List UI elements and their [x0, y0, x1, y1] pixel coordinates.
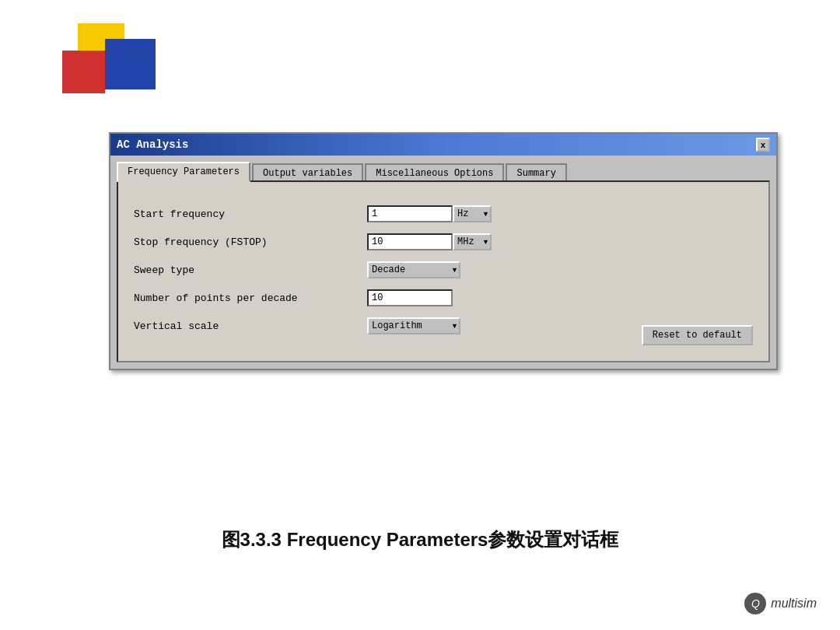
dialog-titlebar: AC Analysis x: [110, 134, 776, 156]
vertical-scale-label: Vertical scale: [134, 320, 367, 332]
start-frequency-unit-wrapper: Hz kHz MHz GHz: [453, 205, 492, 222]
start-frequency-label: Start frequency: [134, 208, 367, 220]
sweep-type-select[interactable]: Decade Octave Linear: [367, 261, 460, 278]
blue-square: [105, 39, 156, 89]
points-per-decade-label: Number of points per decade: [134, 292, 367, 304]
stop-frequency-unit-select[interactable]: Hz kHz MHz GHz: [453, 233, 492, 250]
points-per-decade-input[interactable]: [367, 289, 453, 306]
stop-frequency-row: Stop frequency (FSTOP) Hz kHz MHz GHz: [134, 233, 753, 250]
points-per-decade-row: Number of points per decade: [134, 289, 753, 306]
ac-analysis-dialog: AC Analysis x Frequency Parameters Outpu…: [109, 132, 778, 370]
dialog-title: AC Analysis: [117, 138, 188, 151]
sweep-type-row: Sweep type Decade Octave Linear: [134, 261, 753, 278]
red-square: [62, 51, 105, 93]
figure-caption: 图3.3.3 Frequency Parameters参数设置对话框: [222, 527, 619, 552]
multisim-icon: Q: [744, 593, 766, 614]
vertical-scale-select[interactable]: Logarithm Linear Decibel Octave: [367, 317, 460, 334]
stop-frequency-label: Stop frequency (FSTOP): [134, 236, 367, 248]
dialog-content: Start frequency Hz kHz MHz GHz Stop freq…: [117, 180, 770, 362]
tab-output-variables[interactable]: Output variables: [252, 163, 363, 182]
sweep-type-label: Sweep type: [134, 264, 367, 276]
stop-frequency-unit-wrapper: Hz kHz MHz GHz: [453, 233, 492, 250]
multisim-label: multisim: [771, 597, 817, 611]
tab-summary[interactable]: Summary: [506, 163, 566, 182]
tab-frequency-parameters[interactable]: Frequency Parameters: [117, 162, 250, 182]
tabs-row: Frequency Parameters Output variables Mi…: [110, 156, 776, 180]
sweep-type-wrapper: Decade Octave Linear: [367, 261, 460, 278]
start-frequency-row: Start frequency Hz kHz MHz GHz: [134, 205, 753, 222]
stop-frequency-input[interactable]: [367, 233, 453, 250]
start-frequency-input[interactable]: [367, 205, 453, 222]
tab-miscellaneous-options[interactable]: Miscellaneous Options: [365, 163, 504, 182]
vertical-scale-wrapper: Logarithm Linear Decibel Octave: [367, 317, 460, 334]
decorative-squares: [62, 23, 156, 117]
multisim-logo: Q multisim: [744, 593, 817, 614]
close-button[interactable]: x: [756, 138, 770, 152]
reset-to-default-button[interactable]: Reset to default: [642, 325, 753, 345]
start-frequency-unit-select[interactable]: Hz kHz MHz GHz: [453, 205, 492, 222]
